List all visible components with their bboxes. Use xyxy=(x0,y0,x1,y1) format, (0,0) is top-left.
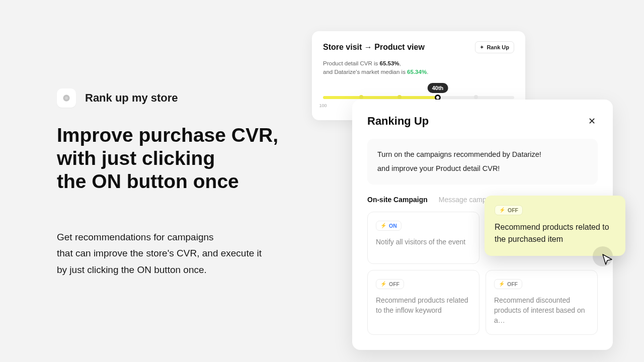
campaign-tile[interactable]: ⚡ ON Notify all visitors of the event xyxy=(367,212,479,264)
marketing-copy: Rank up my store Improve purchase CVR, w… xyxy=(57,88,288,278)
campaign-tile[interactable]: ⚡ OFF Recommend discounted products of i… xyxy=(486,270,598,335)
status-badge: ⚡ OFF xyxy=(376,279,404,289)
rank-up-button-label: Rank Up xyxy=(487,44,509,50)
sparkle-icon: ✦ xyxy=(480,45,484,50)
subcopy: Get recommendations for campaigns that c… xyxy=(57,229,288,278)
campaign-tile-text: Recommend products related to the inflow… xyxy=(376,295,471,316)
cvr-card-title: Store visit → Product view xyxy=(323,43,425,52)
status-badge: ⚡ ON xyxy=(376,221,401,231)
campaign-tile-text: Recommend discounted products of interes… xyxy=(494,295,589,326)
slider-tick xyxy=(397,95,401,99)
cvr-card-body: Product detail CVR is 65.53%, and Datari… xyxy=(323,59,514,77)
bolt-icon: ⚡ xyxy=(499,207,505,213)
ranking-up-banner: Turn on the campaigns recommended by Dat… xyxy=(367,139,598,185)
bolt-icon: ⚡ xyxy=(499,281,505,287)
slider-tick-label: 100 xyxy=(319,103,327,108)
brand-title: Rank up my store xyxy=(85,92,178,105)
close-icon[interactable]: ✕ xyxy=(586,114,598,129)
campaign-tile[interactable]: ⚡ OFF Recommend products related to the … xyxy=(367,270,479,335)
bolt-icon: ⚡ xyxy=(380,281,386,287)
rank-up-button[interactable]: ✦ Rank Up xyxy=(475,41,514,53)
slider-fill xyxy=(323,96,438,99)
ranking-up-title: Ranking Up xyxy=(367,115,429,128)
slider-tooltip: 40th xyxy=(428,83,448,93)
slider-tick xyxy=(359,95,363,99)
tab-onsite[interactable]: On-site Campaign xyxy=(367,196,428,204)
status-badge: ⚡ OFF xyxy=(494,279,522,289)
campaign-tile-text: Notify all visitors of the event xyxy=(376,237,471,247)
status-badge: ⚡ OFF xyxy=(495,205,523,215)
cursor-ripple xyxy=(593,246,613,266)
brand-icon xyxy=(57,88,76,108)
bolt-icon: ⚡ xyxy=(380,223,386,228)
slider-tick xyxy=(474,95,478,99)
campaign-tile-text: Recommend products related to the purcha… xyxy=(495,221,615,246)
headline: Improve purchase CVR, with just clicking… xyxy=(57,124,288,193)
